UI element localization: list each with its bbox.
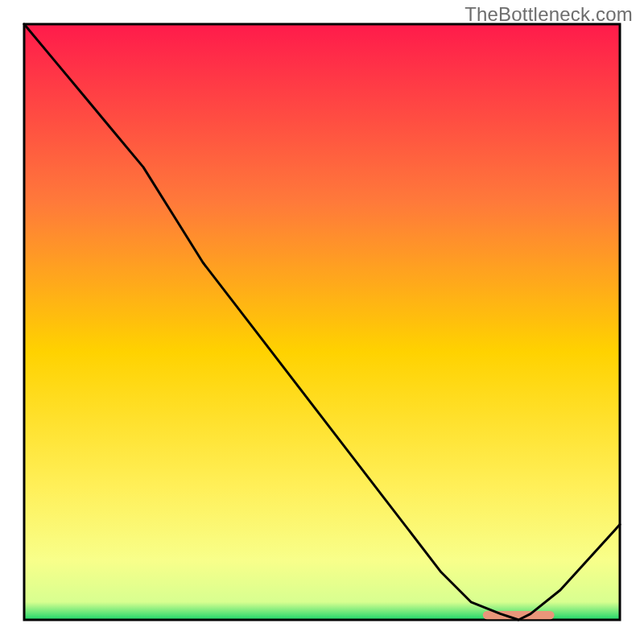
bottleneck-chart bbox=[0, 0, 644, 644]
gradient-background bbox=[24, 24, 620, 620]
chart-container: TheBottleneck.com bbox=[0, 0, 644, 644]
